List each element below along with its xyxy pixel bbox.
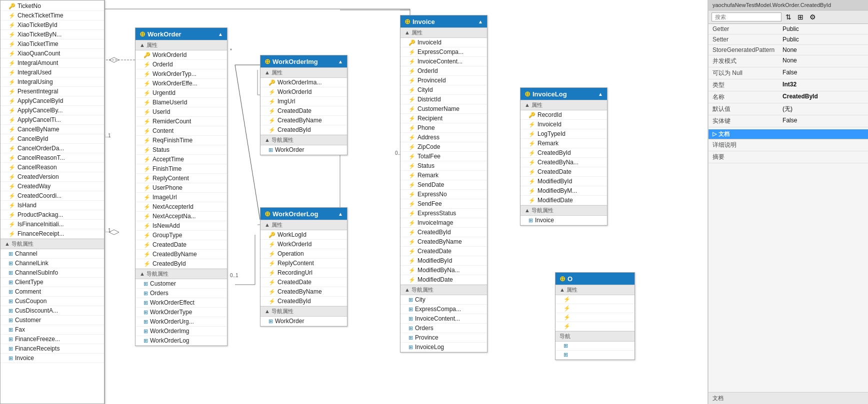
- workorderimg-header[interactable]: ⊕ WorkOrderImg ▲: [260, 55, 347, 67]
- wo-content[interactable]: ⚡Content: [136, 126, 227, 136]
- field-createdcoordi[interactable]: ⚡CreatedCoordi...: [0, 191, 104, 201]
- inv-invoiceid[interactable]: 🔑InvoiceId: [400, 38, 487, 47]
- il-remark[interactable]: ⚡Remark: [520, 139, 607, 148]
- invoicelog-header[interactable]: ⊕ InvoiceLog ▲: [520, 88, 607, 100]
- wo-grouptype[interactable]: ⚡GroupType: [136, 231, 227, 240]
- field-presentintegral[interactable]: ⚡PresentIntegral: [0, 87, 104, 96]
- inv-modifiedbyid[interactable]: ⚡ModifiedById: [400, 256, 487, 266]
- wo-workordertyp[interactable]: ⚡WorkOrderTyp...: [136, 69, 227, 79]
- wo-reqfinishtime[interactable]: ⚡ReqFinishTime: [136, 136, 227, 145]
- prop-entitykey[interactable]: 实体键 False: [708, 115, 868, 127]
- wol-worklogid[interactable]: 🔑WorkLogId: [260, 230, 347, 240]
- prop-setter[interactable]: Setter Public: [708, 34, 868, 45]
- inv-modifiedbyna[interactable]: ⚡ModifiedByNa...: [400, 266, 487, 275]
- wo-isnewadd[interactable]: ⚡IsNewAdd: [136, 221, 227, 231]
- field-xiaoticketbyn[interactable]: ⚡XiaoTicketByN...: [0, 30, 104, 39]
- inv-sendfee[interactable]: ⚡SendFee: [400, 199, 487, 209]
- wol-replycontent[interactable]: ⚡ReplyContent: [260, 259, 347, 268]
- wol-createddate[interactable]: ⚡CreatedDate: [260, 278, 347, 287]
- po-field1[interactable]: ⚡: [556, 295, 634, 304]
- field-ishand[interactable]: ⚡IsHand: [0, 201, 104, 210]
- il-logtypeid[interactable]: ⚡LogTypeId: [520, 129, 607, 139]
- inv-nav-city[interactable]: ⊞City: [400, 295, 487, 305]
- field-integralusing[interactable]: ⚡IntegralUsing: [0, 77, 104, 87]
- wol-workorderid[interactable]: ⚡WorkOrderId: [260, 240, 347, 249]
- inv-address[interactable]: ⚡Address: [400, 133, 487, 142]
- field-xiaoticketbyid[interactable]: ⚡XiaoTicketById: [0, 20, 104, 30]
- wol-recordingurl[interactable]: ⚡RecordingUrl: [260, 268, 347, 278]
- prop-nullable[interactable]: 可以为 Null False: [708, 67, 868, 79]
- wo-orderid[interactable]: ⚡OrderId: [136, 60, 227, 69]
- wo-accepttime[interactable]: ⚡AcceptTime: [136, 155, 227, 164]
- sort-icon[interactable]: ⇅: [784, 12, 794, 22]
- partial-entity-o-header[interactable]: ⊕ O: [556, 273, 634, 285]
- il-nav-invoice[interactable]: ⊞Invoice: [520, 216, 607, 225]
- il-modifieddate[interactable]: ⚡ModifiedDate: [520, 196, 607, 205]
- wo-nav-workorderurg[interactable]: ⊞WorkOrderUrg...: [136, 317, 227, 327]
- workorderlog-entity[interactable]: ⊕ WorkOrderLog ▲ ▲ 属性 🔑WorkLogId ⚡WorkOr…: [260, 207, 348, 327]
- prop-name[interactable]: 名称 CreatedById: [708, 91, 868, 103]
- po-field4[interactable]: ⚡: [556, 322, 634, 331]
- wo-blameuserid[interactable]: ⚡BlameUserId: [136, 98, 227, 107]
- nav-cuscoupon[interactable]: ⊞CusCoupon: [0, 297, 104, 306]
- field-ticketno[interactable]: 🔑TicketNo: [0, 1, 104, 11]
- woi-workorderid[interactable]: ⚡WorkOrderId: [260, 87, 347, 97]
- inv-createddate[interactable]: ⚡CreatedDate: [400, 247, 487, 256]
- field-cancelorderda[interactable]: ⚡CancelOrderDa...: [0, 144, 104, 153]
- field-cancelreasont[interactable]: ⚡CancelReasonT...: [0, 153, 104, 163]
- wo-createdbyid[interactable]: ⚡CreatedById: [136, 259, 227, 269]
- woi-imgurl[interactable]: ⚡ImgUrl: [260, 97, 347, 106]
- wo-imageurl[interactable]: ⚡ImageUrl: [136, 193, 227, 202]
- field-xiaotickettime[interactable]: ⚡XiaoTicketTime: [0, 39, 104, 49]
- invoice-header[interactable]: ⊕ Invoice ▲: [400, 15, 487, 27]
- field-xiaoquancount[interactable]: ⚡XiaoQuanCount: [0, 49, 104, 58]
- inv-expressstatus[interactable]: ⚡ExpressStatus: [400, 209, 487, 218]
- workorder-header[interactable]: ⊕ WorkOrder ▲: [136, 28, 227, 40]
- inv-nav-invoicelog[interactable]: ⊞InvoiceLog: [400, 343, 487, 352]
- nav-channellink[interactable]: ⊞ChannelLink: [0, 259, 104, 268]
- nav-financereceipts[interactable]: ⊞FinanceReceipts: [0, 344, 104, 354]
- field-integralamount[interactable]: ⚡IntegralAmount: [0, 58, 104, 68]
- inv-nav-province[interactable]: ⊞Province: [400, 333, 487, 343]
- nav-invoice-left[interactable]: ⊞Invoice: [0, 354, 104, 363]
- inv-recipient[interactable]: ⚡Recipient: [400, 114, 487, 123]
- field-productpackag[interactable]: ⚡ProductPackag...: [0, 210, 104, 220]
- field-applycancelby[interactable]: ⚡ApplyCancelBy...: [0, 106, 104, 115]
- il-recordid[interactable]: 🔑RecordId: [520, 110, 607, 120]
- nav-clienttype[interactable]: ⊞ClientType: [0, 278, 104, 287]
- invoice-entity[interactable]: ⊕ Invoice ▲ ▲ 属性 🔑InvoiceId ⚡ExpressComp…: [400, 15, 488, 353]
- prop-type[interactable]: 类型 Int32: [708, 79, 868, 91]
- woi-nav-workorder[interactable]: ⊞WorkOrder: [260, 145, 347, 155]
- inv-expresscompa[interactable]: ⚡ExpressCompa...: [400, 47, 487, 57]
- inv-nav-orders[interactable]: ⊞Orders: [400, 324, 487, 333]
- field-isfinanceinitiali[interactable]: ⚡IsFinanceInitiali...: [0, 220, 104, 229]
- wo-remidercount[interactable]: ⚡RemiderCount: [136, 117, 227, 126]
- diagram-area[interactable]: 0..1 0..1 * 0..1 0..1 * * * 🔑TicketNo ⚡C…: [0, 0, 708, 404]
- inv-provinceid[interactable]: ⚡ProvinceId: [400, 76, 487, 85]
- wo-workordereff[interactable]: ⚡WorkOrderEffe...: [136, 79, 227, 88]
- wo-nav-workordereffect[interactable]: ⊞WorkOrderEffect: [136, 298, 227, 308]
- settings-icon[interactable]: ⚙: [808, 12, 818, 22]
- field-cancelreason[interactable]: ⚡CancelReason: [0, 163, 104, 172]
- po-nav1[interactable]: ⊞: [556, 342, 634, 351]
- properties-search[interactable]: [712, 12, 782, 21]
- nav-cusdiscounta[interactable]: ⊞CusDiscountA...: [0, 306, 104, 316]
- wol-nav-workorder[interactable]: ⊞WorkOrder: [260, 317, 347, 326]
- inv-createdbyid[interactable]: ⚡CreatedById: [400, 228, 487, 237]
- workorderimg-entity[interactable]: ⊕ WorkOrderImg ▲ ▲ 属性 🔑WorkOrderIma... ⚡…: [260, 55, 348, 155]
- il-createdbyid[interactable]: ⚡CreatedById: [520, 148, 607, 158]
- inv-orderid[interactable]: ⚡OrderId: [400, 66, 487, 76]
- il-createdbyname[interactable]: ⚡CreatedByNa...: [520, 158, 607, 167]
- wo-userid[interactable]: ⚡UserId: [136, 107, 227, 117]
- prop-concurrency[interactable]: 并发模式 None: [708, 55, 868, 67]
- inv-invoiceimage[interactable]: ⚡InvoiceImage: [400, 218, 487, 228]
- inv-senddate[interactable]: ⚡SendDate: [400, 180, 487, 190]
- inv-modifieddate[interactable]: ⚡ModifiedDate: [400, 275, 487, 285]
- field-financereceipt[interactable]: ⚡FinanceReceipt...: [0, 229, 104, 239]
- prop-detail[interactable]: 详细说明: [708, 139, 868, 151]
- woi-createdbyid[interactable]: ⚡CreatedById: [260, 125, 347, 135]
- invoicelog-entity[interactable]: ⊕ InvoiceLog ▲ ▲ 属性 🔑RecordId ⚡InvoiceId…: [520, 87, 608, 226]
- doc-section-header[interactable]: ▷ 文档: [708, 129, 868, 139]
- po-nav2[interactable]: ⊞: [556, 351, 634, 360]
- nav-channel[interactable]: ⊞Channel: [0, 249, 104, 259]
